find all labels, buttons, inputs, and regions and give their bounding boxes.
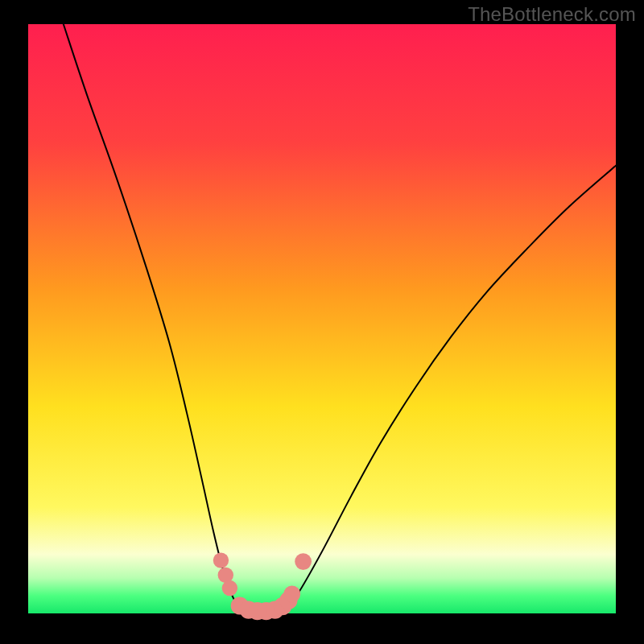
data-marker	[295, 553, 312, 570]
data-marker	[222, 580, 237, 596]
chart-frame: TheBottleneck.com	[0, 0, 644, 644]
data-marker	[283, 585, 300, 602]
data-marker	[213, 552, 229, 568]
plot-background	[28, 24, 616, 613]
bottleneck-chart	[0, 0, 644, 644]
watermark-text: TheBottleneck.com	[468, 3, 636, 26]
